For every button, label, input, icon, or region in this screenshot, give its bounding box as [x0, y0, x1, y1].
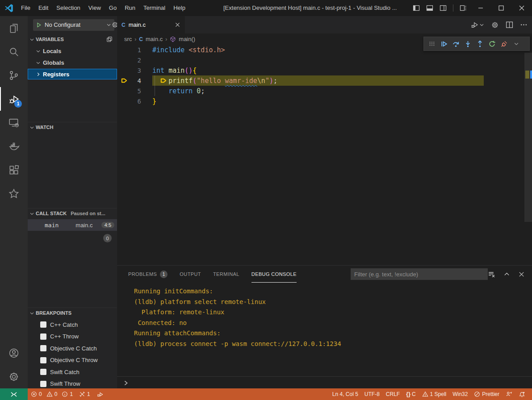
run-or-debug-button[interactable]: [470, 21, 484, 29]
disconnect-button[interactable]: [498, 38, 510, 50]
tab-main-c[interactable]: C main.c: [117, 16, 185, 33]
checkbox-unchecked[interactable]: [40, 321, 46, 328]
menu-go[interactable]: Go: [105, 0, 121, 16]
debug-session-chevron-icon[interactable]: [510, 38, 522, 50]
problems-status[interactable]: 0 0 1: [28, 388, 76, 400]
line-number[interactable]: 6: [117, 98, 141, 105]
variables-section-header[interactable]: VARIABLES: [28, 34, 117, 44]
debug-config-dropdown[interactable]: No Configurat: [33, 19, 114, 31]
activity-extension-star[interactable]: [0, 182, 28, 205]
menu-selection[interactable]: Selection: [52, 0, 84, 16]
toolbar-drag-grip[interactable]: [426, 38, 438, 50]
cursor-position[interactable]: Ln 4, Col 5: [329, 388, 361, 400]
tab-debug-console[interactable]: DEBUG CONSOLE: [251, 266, 297, 283]
variables-scope-locals[interactable]: Locals: [28, 46, 117, 56]
breadcrumb-file[interactable]: main.c: [146, 36, 163, 42]
tab-terminal[interactable]: TERMINAL: [213, 266, 239, 283]
minimize-button[interactable]: [470, 0, 491, 16]
customize-layout-icon[interactable]: [460, 4, 467, 12]
call-stack-section-header[interactable]: CALL STACK Paused on st...: [28, 208, 117, 218]
launch-config-gear-icon[interactable]: [111, 21, 117, 29]
line-number[interactable]: 1: [117, 46, 141, 54]
feedback-status[interactable]: [503, 388, 515, 400]
menu-help[interactable]: Help: [169, 0, 189, 16]
start-debug-icon[interactable]: [36, 22, 42, 28]
remote-indicator[interactable]: [0, 388, 28, 400]
code-editor[interactable]: 1 #include <stdio.h> 2 3 int main(){: [117, 45, 532, 265]
more-actions-icon[interactable]: [520, 21, 528, 29]
console-line: (lldb) process connect -p wasm connect:/…: [134, 339, 532, 350]
checkbox-unchecked[interactable]: [40, 333, 46, 340]
copy-value-icon[interactable]: [106, 36, 113, 42]
watch-section-header[interactable]: WATCH: [28, 122, 117, 132]
debug-stackframe-arrow-icon[interactable]: [121, 77, 128, 84]
variables-scope-registers[interactable]: Registers: [28, 69, 117, 79]
breakpoint-swift-throw[interactable]: Swift Throw: [28, 378, 117, 389]
step-into-button[interactable]: [462, 38, 474, 50]
activity-account[interactable]: [0, 341, 28, 365]
breakpoint-objc-catch[interactable]: Objective C Catch: [28, 342, 117, 354]
debug-console-input[interactable]: [117, 376, 532, 389]
breakpoint-objc-throw[interactable]: Objective C Throw: [28, 354, 117, 366]
activity-remote-explorer[interactable]: [0, 111, 28, 134]
line-number[interactable]: 2: [117, 57, 141, 64]
tab-bar: C main.c: [117, 16, 532, 33]
menu-edit[interactable]: Edit: [34, 0, 52, 16]
menu-view[interactable]: View: [84, 0, 105, 16]
frame-name: main: [45, 222, 59, 229]
toggle-panel-icon[interactable]: [426, 4, 433, 12]
step-over-button[interactable]: [450, 38, 462, 50]
formatter-status[interactable]: Prettier: [471, 388, 503, 400]
menu-run[interactable]: Run: [121, 0, 139, 16]
editor-gear-icon[interactable]: [491, 21, 499, 29]
step-out-button[interactable]: [474, 38, 486, 50]
breakpoint-swift-catch[interactable]: Swift Catch: [28, 366, 117, 378]
breadcrumb-symbol[interactable]: main(): [179, 36, 195, 42]
checkbox-unchecked[interactable]: [40, 345, 46, 351]
notifications-status[interactable]: [515, 388, 528, 400]
language-mode[interactable]: { } C: [403, 388, 419, 400]
encoding[interactable]: UTF-8: [361, 388, 383, 400]
toggle-sidebar-icon[interactable]: [413, 4, 420, 12]
maximize-button[interactable]: [491, 0, 511, 16]
call-stack-thread-row[interactable]: 0: [28, 233, 117, 244]
line-number[interactable]: 3: [117, 67, 141, 74]
activity-settings[interactable]: [0, 365, 28, 388]
activity-source-control[interactable]: [0, 63, 28, 87]
line-number[interactable]: 5: [117, 88, 141, 95]
checkbox-unchecked[interactable]: [40, 369, 46, 375]
close-tab-icon[interactable]: [175, 22, 180, 28]
maximize-panel-icon[interactable]: [503, 271, 510, 278]
spell-checker-status[interactable]: 1 Spell: [419, 388, 450, 400]
menu-terminal[interactable]: Terminal: [139, 0, 169, 16]
eol-sequence[interactable]: CRLF: [383, 388, 403, 400]
breakpoint-cpp-throw[interactable]: C++ Throw: [28, 331, 117, 342]
tab-problems[interactable]: PROBLEMS 1: [128, 266, 168, 283]
checkbox-unchecked[interactable]: [40, 357, 46, 363]
platform-target[interactable]: Win32: [449, 388, 471, 400]
console-filter-input[interactable]: [351, 268, 488, 280]
activity-docker[interactable]: [0, 134, 28, 158]
editor-scrollbar[interactable]: [524, 53, 532, 222]
activity-extensions[interactable]: [0, 158, 28, 182]
tools-status[interactable]: 1: [76, 388, 93, 400]
restart-button[interactable]: [486, 38, 498, 50]
activity-search[interactable]: [0, 40, 28, 63]
close-panel-icon[interactable]: [518, 271, 525, 278]
call-stack-frame-row[interactable]: main main.c 4:5: [28, 219, 117, 231]
breadcrumb-dir[interactable]: src: [124, 36, 132, 42]
close-button[interactable]: [511, 0, 532, 16]
continue-button[interactable]: [438, 38, 450, 50]
activity-explorer[interactable]: [0, 16, 28, 40]
clear-console-icon[interactable]: [488, 271, 495, 278]
breakpoints-section-header[interactable]: BREAKPOINTS: [28, 308, 117, 318]
debug-status[interactable]: [93, 388, 107, 400]
tab-output[interactable]: OUTPUT: [180, 266, 201, 283]
toggle-secondary-sidebar-icon[interactable]: [440, 4, 447, 12]
variables-scope-globals[interactable]: Globals: [28, 57, 117, 68]
activity-run-debug[interactable]: 1: [0, 87, 28, 111]
breakpoint-cpp-catch[interactable]: C++ Catch: [28, 319, 117, 330]
split-editor-icon[interactable]: [506, 21, 513, 29]
menu-file[interactable]: File: [17, 0, 34, 16]
checkbox-unchecked[interactable]: [40, 381, 46, 387]
